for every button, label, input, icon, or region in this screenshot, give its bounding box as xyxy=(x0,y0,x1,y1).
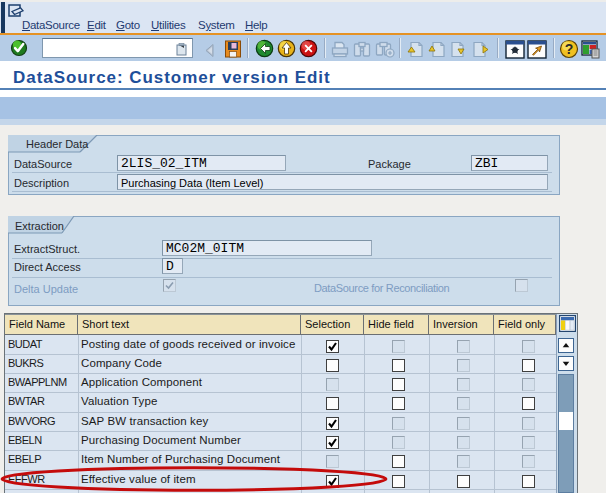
svg-text:?: ? xyxy=(565,41,574,57)
